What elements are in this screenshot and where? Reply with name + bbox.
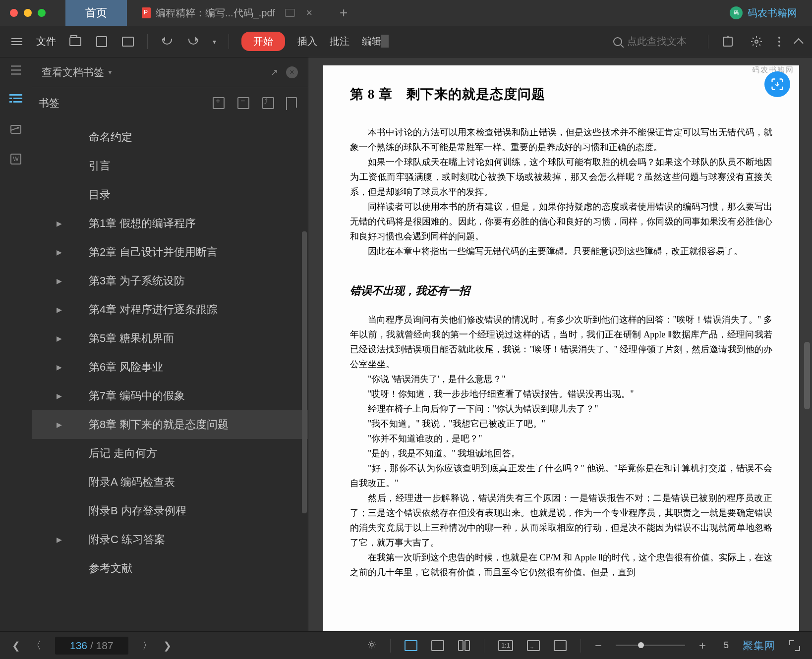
rail-thumbnails-icon[interactable] (8, 122, 23, 137)
document-view[interactable]: 码农书籍网 第 8 章剩下来的就是态度问题 本书中讨论的方法可以用来检查错误和防… (308, 57, 812, 631)
expand-icon[interactable]: ▶ (57, 220, 62, 227)
next-page-button[interactable]: 〉 (142, 639, 152, 652)
close-window-button[interactable] (10, 9, 18, 17)
tab-document[interactable]: 编程精粹：编写...代码_.pdf × (127, 0, 327, 26)
outline-item[interactable]: ▶第6章 风险事业 (32, 353, 308, 382)
close-tab-icon[interactable]: × (306, 6, 312, 19)
dialogue-line: "你并不知道谁改的，是吧？" (350, 431, 772, 446)
convert-floating-button[interactable] (764, 71, 790, 97)
open-folder-icon[interactable] (68, 35, 82, 49)
outline-item[interactable]: 附录B 内存登录例程 (32, 496, 308, 525)
outline-item[interactable]: ▶第3章 为子系统设防 (32, 267, 308, 295)
file-menu[interactable]: 文件 (36, 35, 56, 48)
status-sep (390, 639, 391, 653)
toolbar-divider (147, 34, 148, 49)
expand-icon[interactable]: ▶ (57, 363, 62, 371)
page-number-box[interactable]: 136 / 187 (55, 637, 128, 655)
outline-item[interactable]: 附录A 编码检查表 (32, 468, 308, 496)
add-bookmark-icon[interactable] (213, 97, 225, 109)
print-icon[interactable] (121, 35, 135, 49)
outline-item[interactable]: ▶第5章 糖果机界面 (32, 324, 308, 353)
bookmark-flag-icon[interactable] (287, 97, 297, 108)
svg-rect-3 (13, 98, 22, 99)
rail-menu-icon[interactable] (8, 62, 23, 77)
more-icon[interactable] (778, 37, 780, 47)
maximize-window-button[interactable] (38, 9, 46, 17)
expand-icon[interactable]: ↗ (271, 67, 278, 78)
brightness-icon[interactable] (367, 640, 376, 651)
outline-list[interactable]: 命名约定 引言 目录 ▶第1章 假想的编译程序 ▶第2章 自己设计并使用断言 ▶… (32, 119, 308, 631)
bookmark-action-icon[interactable] (262, 97, 274, 109)
rail-outline-icon[interactable] (8, 92, 23, 107)
new-tab-button[interactable]: + (327, 5, 360, 21)
section-heading: 错误不出现，我还有一招 (350, 283, 772, 298)
fit-page-icon[interactable] (554, 640, 567, 651)
outline-item[interactable]: 参考文献 (32, 554, 308, 583)
redo-icon[interactable] (186, 35, 200, 49)
search-placeholder: 点此查找文本 (627, 35, 687, 48)
outline-item[interactable]: 目录 (32, 180, 308, 209)
expand-icon[interactable]: ▶ (57, 536, 62, 544)
actual-size-icon[interactable]: 1:1 (498, 640, 513, 651)
expand-icon[interactable]: ▶ (57, 334, 62, 342)
edit-menu[interactable]: 编辑 (362, 35, 389, 48)
outline-item[interactable]: ▶第2章 自己设计并使用断言 (32, 238, 308, 267)
prev-page-button[interactable]: 〈 (31, 639, 41, 652)
chapter-number: 第 8 章 (350, 87, 393, 102)
last-page-button[interactable]: ❮ (166, 640, 172, 652)
outline-scrollbar[interactable] (301, 119, 308, 631)
first-page-button[interactable]: ❮ (12, 640, 17, 652)
outline-item[interactable]: ▶第4章 对程序进行逐条跟踪 (32, 295, 308, 324)
annotate-menu[interactable]: 批注 (330, 35, 349, 48)
save-icon[interactable] (95, 35, 109, 49)
insert-menu[interactable]: 插入 (297, 35, 317, 48)
outline-item[interactable]: ▶附录C 练习答案 (32, 525, 308, 554)
bookmarks-tab[interactable]: 书签 (39, 96, 59, 110)
outline-item[interactable]: ▶第1章 假想的编译程序 (32, 209, 308, 238)
menu-icon[interactable] (10, 35, 24, 49)
dropdown-icon[interactable]: ▼ (107, 69, 113, 76)
expand-icon[interactable]: ▶ (57, 306, 62, 314)
outline-item[interactable]: ▶第7章 编码中的假象 (32, 382, 308, 410)
collapse-ribbon-icon[interactable] (794, 38, 804, 48)
redo-dropdown-icon[interactable]: ▾ (213, 38, 216, 46)
outline-item-selected[interactable]: ▶第8章 剩下来的就是态度问题 (32, 410, 308, 439)
brand-text[interactable]: 码农书籍网 (748, 6, 797, 20)
expand-icon[interactable]: ▶ (57, 421, 62, 429)
search-box[interactable]: 点此查找文本 (613, 35, 687, 48)
expand-icon[interactable]: ▶ (57, 248, 62, 256)
zoom-value[interactable]: 5 (724, 640, 729, 651)
single-page-view-icon[interactable] (405, 640, 417, 651)
close-sidebar-icon[interactable]: × (286, 66, 298, 78)
settings-icon[interactable] (750, 35, 763, 49)
expand-icon[interactable]: ▶ (57, 277, 62, 285)
status-sep-3 (580, 639, 581, 653)
fullscreen-icon[interactable] (789, 640, 800, 651)
zoom-slider[interactable] (616, 645, 685, 646)
minimize-window-button[interactable] (24, 9, 32, 17)
outline-item[interactable]: 后记 走向何方 (32, 439, 308, 468)
tab-home[interactable]: 首页 (65, 0, 127, 26)
zoom-in-button[interactable]: + (699, 639, 706, 653)
undo-icon[interactable] (160, 35, 174, 49)
outline-label: 命名约定 (89, 130, 132, 145)
zoom-out-button[interactable]: − (595, 639, 602, 653)
monitor-icon[interactable] (285, 9, 295, 17)
share-icon[interactable] (721, 35, 735, 49)
sidebar-tabs: 书签 (32, 87, 308, 119)
expand-icon[interactable]: ▶ (57, 392, 62, 400)
two-page-view-icon[interactable] (458, 640, 470, 651)
sidebar-title[interactable]: 查看文档书签 (42, 65, 104, 79)
left-rail: W (0, 57, 32, 631)
fit-width-icon[interactable]: ↔ (527, 640, 540, 651)
start-button[interactable]: 开始 (241, 32, 285, 51)
rail-convert-icon[interactable]: W (8, 152, 23, 166)
page-scrollbar[interactable] (803, 65, 810, 629)
continuous-view-icon[interactable] (431, 640, 444, 651)
window-controls (10, 9, 46, 17)
outline-item[interactable]: 命名约定 (32, 123, 308, 152)
body-paragraph: 同样读者可以使用本书的所有建议，但是，如果你持疑虑的态度或者使用错误的编码习惯，… (350, 199, 772, 244)
page-total-value: 187 (96, 640, 114, 651)
outline-item[interactable]: 引言 (32, 152, 308, 180)
remove-bookmark-icon[interactable] (237, 97, 249, 109)
